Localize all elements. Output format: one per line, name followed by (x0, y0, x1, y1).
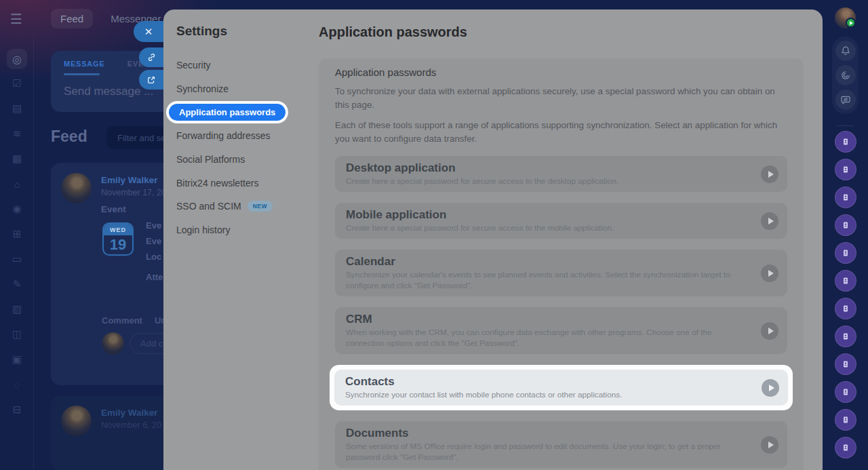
avatar[interactable] (61, 406, 92, 436)
avatar[interactable] (61, 173, 92, 203)
active-tab-underline (64, 73, 100, 75)
chevron-right-icon (768, 442, 774, 448)
tasks-icon[interactable]: ☑ (9, 76, 24, 91)
contact-card-avatar[interactable] (835, 326, 856, 347)
details-button[interactable] (761, 212, 778, 230)
item-desktop-application[interactable]: Desktop application Create here a specia… (335, 156, 787, 192)
menu-item-security[interactable]: Security (163, 54, 319, 77)
event-field-label: Atte (146, 272, 163, 282)
chat-sync-icon[interactable] (835, 90, 856, 110)
post-author[interactable]: Emily Walker (101, 408, 158, 418)
contact-card-avatar[interactable] (835, 131, 856, 153)
copilot-spiral-icon[interactable] (835, 65, 856, 85)
menu-item-sso-and-scim[interactable]: SSO and SCIM NEW (163, 195, 319, 218)
card-intro-1: To synchronize your data with external a… (335, 85, 787, 112)
avatar (102, 332, 124, 355)
feed-title: Feed (51, 128, 87, 146)
contact-card-avatar[interactable] (835, 437, 856, 458)
card-heading: Application passwords (335, 66, 787, 79)
settings-menu: Security Synchronize Application passwor… (163, 54, 319, 242)
analytics-chart-icon[interactable]: ▥ (9, 302, 24, 317)
notifications-bell-icon[interactable] (835, 41, 856, 61)
contact-card-avatar[interactable] (835, 242, 856, 264)
item-mobile-application[interactable]: Mobile application Create here a special… (335, 203, 787, 239)
esign-pen-icon[interactable]: ✎ (9, 277, 24, 292)
contact-card-avatar[interactable] (835, 381, 856, 403)
event-day-number: 19 (104, 235, 132, 254)
contact-avatar-list (835, 131, 856, 458)
contact-card-avatar[interactable] (835, 298, 856, 319)
event-weekday: WED (104, 224, 132, 235)
chevron-right-icon (769, 385, 774, 391)
item-contacts[interactable]: Contacts Synchronize your contact list w… (334, 370, 788, 406)
contact-card-avatar[interactable] (835, 159, 856, 180)
crm-target-icon[interactable]: ◉ (9, 201, 24, 216)
contact-card-avatar[interactable] (835, 214, 856, 236)
contact-card-avatar[interactable] (835, 187, 856, 208)
copy-link-button[interactable] (139, 47, 163, 67)
details-button[interactable] (762, 379, 779, 397)
close-button[interactable]: ✕ (134, 21, 163, 42)
item-documents[interactable]: Documents Some versions of MS Office req… (335, 421, 787, 468)
contact-card-avatar[interactable] (835, 353, 856, 375)
tab-message[interactable]: MESSAGE (64, 60, 105, 68)
event-field-label: Loc (146, 252, 161, 262)
notification-buttons (832, 37, 859, 114)
post-date: November 17, 20 (101, 188, 166, 197)
menu-item-login-history[interactable]: Login history (163, 218, 319, 242)
feed-waves-icon[interactable]: ≋ (9, 126, 24, 141)
chevron-right-icon (768, 270, 774, 277)
calendar-icon[interactable]: ▦ (9, 151, 24, 166)
hamburger-menu-icon[interactable]: ☰ (10, 11, 22, 27)
item-calendar[interactable]: Calendar Synchronize your calendar's eve… (335, 250, 787, 296)
event-field-label: Eve (146, 236, 161, 246)
application-passwords-card: Application passwords To synchronize you… (319, 58, 804, 470)
user-avatar[interactable] (835, 7, 856, 28)
contact-card-avatar[interactable] (835, 409, 856, 431)
screen: ☰ Feed Messenger Ca ◎ ☑ ▤≋▦⌂◉⊞▭✎▥◫▣◌⊟ ME… (0, 0, 868, 470)
message-input[interactable]: Send message ... (64, 85, 153, 98)
market-box-icon[interactable]: ▣ (9, 352, 24, 367)
post-author[interactable]: Emily Walker (101, 175, 158, 185)
shop-cart-icon[interactable]: ⊞ (9, 227, 24, 241)
settings-menu-column: Settings Security Synchronize Applicatio… (163, 9, 319, 470)
item-crm[interactable]: CRM When working with the CRM, you can c… (335, 307, 787, 354)
lock-icon[interactable]: ⊟ (9, 402, 24, 417)
settings-panel: Settings Security Synchronize Applicatio… (163, 9, 823, 470)
divider (836, 125, 854, 126)
menu-item-social-platforms[interactable]: Social Platforms (163, 148, 319, 172)
card-intro-2: Each of these tools support a range of a… (335, 119, 787, 146)
comment-link[interactable]: Comment (102, 315, 142, 326)
details-button[interactable] (761, 165, 778, 183)
hr-icon[interactable]: ◌ (9, 377, 24, 392)
page-title: Application passwords (319, 24, 467, 40)
contacts-spotlight-ring: Contacts Synchronize your contact list w… (330, 365, 793, 410)
right-sidebar (823, 0, 868, 470)
chevron-right-icon (768, 171, 774, 178)
ai-robot-icon[interactable]: ◫ (9, 327, 24, 342)
storage-icon[interactable]: ⌂ (9, 176, 24, 191)
chevron-right-icon (768, 328, 774, 334)
menu-item-bitrix24-newsletters[interactable]: Bitrix24 newsletters (163, 171, 319, 195)
new-badge: NEW (248, 201, 273, 212)
document-icon[interactable]: ▭ (9, 252, 24, 267)
menu-item-application-passwords: Application passwords (163, 100, 319, 124)
settings-title: Settings (176, 24, 227, 39)
left-sidebar: ◎ ☑ ▤≋▦⌂◉⊞▭✎▥◫▣◌⊟ (0, 38, 34, 470)
details-button[interactable] (761, 436, 778, 454)
tab-feed[interactable]: Feed (51, 9, 93, 28)
details-button[interactable] (761, 322, 778, 340)
settings-content-column: Application passwords Application passwo… (319, 9, 823, 470)
chevron-right-icon (768, 218, 774, 224)
contact-card-avatar[interactable] (835, 270, 856, 292)
event-calendar-chip: WED 19 (102, 222, 134, 256)
details-button[interactable] (761, 265, 778, 282)
open-new-window-button[interactable] (139, 70, 163, 90)
network-icon[interactable]: ◎ (7, 49, 27, 69)
feed-header: Feed Filter and sear (51, 128, 87, 146)
status-play-badge (846, 18, 856, 28)
menu-item-application-passwords-pill[interactable]: Application passwords (169, 104, 285, 121)
crm-card-icon[interactable]: ▤ (9, 101, 24, 116)
menu-item-forwarding-addresses[interactable]: Forwarding addresses (163, 124, 319, 148)
menu-item-synchronize[interactable]: Synchronize (163, 77, 319, 101)
